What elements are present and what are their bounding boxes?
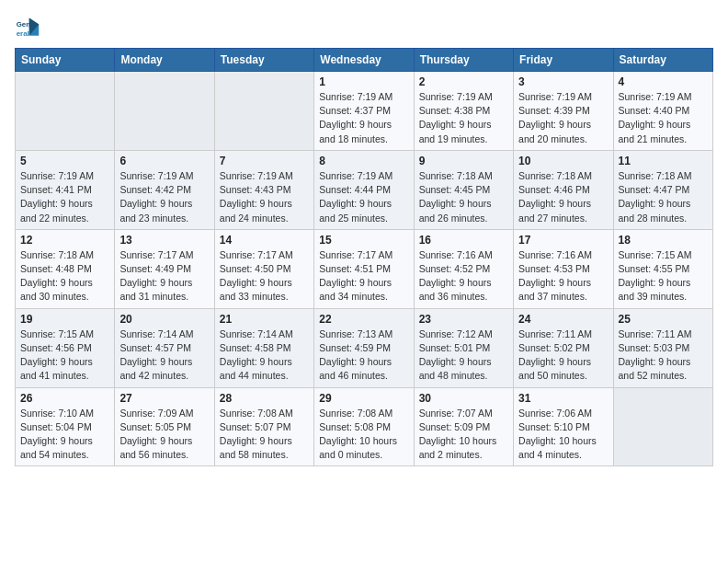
day-number: 18 xyxy=(619,234,708,247)
day-number: 6 xyxy=(119,155,209,167)
cell-info-text: Sunrise: 7:18 AMSunset: 4:47 PMDaylight:… xyxy=(619,169,708,225)
day-number: 11 xyxy=(619,155,708,167)
day-number: 10 xyxy=(518,155,608,167)
cell-info-text: Sunrise: 7:18 AMSunset: 4:48 PMDaylight:… xyxy=(20,248,109,304)
calendar-cell xyxy=(115,72,214,151)
calendar-cell: 25Sunrise: 7:11 AMSunset: 5:03 PMDayligh… xyxy=(613,308,712,387)
cell-info-text: Sunrise: 7:19 AMSunset: 4:43 PMDaylight:… xyxy=(220,169,309,225)
logo-icon: Gen eral xyxy=(15,15,40,40)
calendar-week-1: 1Sunrise: 7:19 AMSunset: 4:37 PMDaylight… xyxy=(16,72,713,151)
cell-info-text: Sunrise: 7:09 AMSunset: 5:05 PMDaylight:… xyxy=(119,407,209,463)
calendar-cell: 21Sunrise: 7:14 AMSunset: 4:58 PMDayligh… xyxy=(214,308,313,387)
calendar-cell: 7Sunrise: 7:19 AMSunset: 4:43 PMDaylight… xyxy=(214,150,313,229)
calendar-cell: 20Sunrise: 7:14 AMSunset: 4:57 PMDayligh… xyxy=(115,308,214,387)
calendar-cell: 4Sunrise: 7:19 AMSunset: 4:40 PMDaylight… xyxy=(613,72,712,151)
day-number: 19 xyxy=(20,313,109,326)
cell-info-text: Sunrise: 7:14 AMSunset: 4:57 PMDaylight:… xyxy=(119,327,209,384)
day-number: 26 xyxy=(20,392,109,405)
day-number: 17 xyxy=(518,234,608,247)
cell-info-text: Sunrise: 7:19 AMSunset: 4:44 PMDaylight:… xyxy=(319,169,408,225)
calendar-cell: 24Sunrise: 7:11 AMSunset: 5:02 PMDayligh… xyxy=(514,308,613,387)
calendar-cell xyxy=(613,387,712,466)
calendar-cell: 17Sunrise: 7:16 AMSunset: 4:53 PMDayligh… xyxy=(514,229,613,308)
day-number: 28 xyxy=(220,392,309,405)
page: Gen eral SundayMondayTuesdayWednesdayThu… xyxy=(0,0,728,563)
cell-info-text: Sunrise: 7:06 AMSunset: 5:10 PMDaylight:… xyxy=(518,407,608,463)
cell-info-text: Sunrise: 7:11 AMSunset: 5:02 PMDaylight:… xyxy=(518,327,608,384)
day-number: 7 xyxy=(220,155,309,167)
calendar-header-row: SundayMondayTuesdayWednesdayThursdayFrid… xyxy=(16,49,713,72)
cell-info-text: Sunrise: 7:15 AMSunset: 4:55 PMDaylight:… xyxy=(619,248,708,304)
calendar-week-3: 12Sunrise: 7:18 AMSunset: 4:48 PMDayligh… xyxy=(16,229,713,308)
cell-info-text: Sunrise: 7:18 AMSunset: 4:46 PMDaylight:… xyxy=(518,169,608,225)
cell-info-text: Sunrise: 7:19 AMSunset: 4:41 PMDaylight:… xyxy=(20,169,109,225)
day-number: 15 xyxy=(319,234,408,247)
day-number: 27 xyxy=(119,392,209,405)
cell-info-text: Sunrise: 7:08 AMSunset: 5:07 PMDaylight:… xyxy=(220,407,309,463)
day-number: 24 xyxy=(518,313,608,326)
cell-info-text: Sunrise: 7:19 AMSunset: 4:40 PMDaylight:… xyxy=(619,90,708,146)
day-number: 25 xyxy=(619,313,708,326)
cell-info-text: Sunrise: 7:17 AMSunset: 4:51 PMDaylight:… xyxy=(319,248,408,304)
day-number: 20 xyxy=(119,313,209,326)
cell-info-text: Sunrise: 7:12 AMSunset: 5:01 PMDaylight:… xyxy=(419,327,508,384)
calendar-cell: 27Sunrise: 7:09 AMSunset: 5:05 PMDayligh… xyxy=(115,387,214,466)
col-header-wednesday: Wednesday xyxy=(314,49,414,72)
cell-info-text: Sunrise: 7:16 AMSunset: 4:53 PMDaylight:… xyxy=(518,248,608,304)
calendar-cell: 14Sunrise: 7:17 AMSunset: 4:50 PMDayligh… xyxy=(214,229,313,308)
day-number: 8 xyxy=(319,155,408,167)
calendar-cell: 28Sunrise: 7:08 AMSunset: 5:07 PMDayligh… xyxy=(214,387,313,466)
calendar-cell: 3Sunrise: 7:19 AMSunset: 4:39 PMDaylight… xyxy=(514,72,613,151)
calendar-week-2: 5Sunrise: 7:19 AMSunset: 4:41 PMDaylight… xyxy=(16,150,713,229)
col-header-thursday: Thursday xyxy=(414,49,513,72)
col-header-tuesday: Tuesday xyxy=(214,49,313,72)
cell-info-text: Sunrise: 7:19 AMSunset: 4:38 PMDaylight:… xyxy=(419,90,508,146)
cell-info-text: Sunrise: 7:13 AMSunset: 4:59 PMDaylight:… xyxy=(319,327,408,384)
cell-info-text: Sunrise: 7:08 AMSunset: 5:08 PMDaylight:… xyxy=(319,407,408,463)
calendar-cell: 26Sunrise: 7:10 AMSunset: 5:04 PMDayligh… xyxy=(16,387,115,466)
cell-info-text: Sunrise: 7:18 AMSunset: 4:45 PMDaylight:… xyxy=(419,169,508,225)
col-header-friday: Friday xyxy=(514,49,613,72)
cell-info-text: Sunrise: 7:07 AMSunset: 5:09 PMDaylight:… xyxy=(419,407,508,463)
calendar-cell: 31Sunrise: 7:06 AMSunset: 5:10 PMDayligh… xyxy=(514,387,613,466)
day-number: 31 xyxy=(518,392,608,405)
day-number: 1 xyxy=(319,75,408,88)
calendar-cell xyxy=(16,72,115,151)
day-number: 3 xyxy=(518,75,608,88)
header: Gen eral xyxy=(15,15,713,40)
day-number: 16 xyxy=(419,234,508,247)
calendar-cell: 12Sunrise: 7:18 AMSunset: 4:48 PMDayligh… xyxy=(16,229,115,308)
calendar-cell: 30Sunrise: 7:07 AMSunset: 5:09 PMDayligh… xyxy=(414,387,513,466)
calendar-cell xyxy=(214,72,313,151)
calendar-cell: 19Sunrise: 7:15 AMSunset: 4:56 PMDayligh… xyxy=(16,308,115,387)
cell-info-text: Sunrise: 7:14 AMSunset: 4:58 PMDaylight:… xyxy=(220,327,309,384)
day-number: 29 xyxy=(319,392,408,405)
day-number: 2 xyxy=(419,75,508,88)
calendar-cell: 15Sunrise: 7:17 AMSunset: 4:51 PMDayligh… xyxy=(314,229,414,308)
day-number: 9 xyxy=(419,155,508,167)
calendar-cell: 5Sunrise: 7:19 AMSunset: 4:41 PMDaylight… xyxy=(16,150,115,229)
cell-info-text: Sunrise: 7:17 AMSunset: 4:49 PMDaylight:… xyxy=(119,248,209,304)
col-header-monday: Monday xyxy=(115,49,214,72)
cell-info-text: Sunrise: 7:19 AMSunset: 4:39 PMDaylight:… xyxy=(518,90,608,146)
cell-info-text: Sunrise: 7:11 AMSunset: 5:03 PMDaylight:… xyxy=(619,327,708,384)
calendar-week-5: 26Sunrise: 7:10 AMSunset: 5:04 PMDayligh… xyxy=(16,387,713,466)
day-number: 14 xyxy=(220,234,309,247)
calendar-cell: 1Sunrise: 7:19 AMSunset: 4:37 PMDaylight… xyxy=(314,72,414,151)
cell-info-text: Sunrise: 7:15 AMSunset: 4:56 PMDaylight:… xyxy=(20,327,109,384)
calendar-cell: 10Sunrise: 7:18 AMSunset: 4:46 PMDayligh… xyxy=(514,150,613,229)
calendar-cell: 13Sunrise: 7:17 AMSunset: 4:49 PMDayligh… xyxy=(115,229,214,308)
cell-info-text: Sunrise: 7:19 AMSunset: 4:37 PMDaylight:… xyxy=(319,90,408,146)
day-number: 13 xyxy=(119,234,209,247)
logo: Gen eral xyxy=(15,15,44,40)
calendar-cell: 9Sunrise: 7:18 AMSunset: 4:45 PMDaylight… xyxy=(414,150,513,229)
cell-info-text: Sunrise: 7:16 AMSunset: 4:52 PMDaylight:… xyxy=(419,248,508,304)
calendar-table: SundayMondayTuesdayWednesdayThursdayFrid… xyxy=(15,48,713,466)
calendar-week-4: 19Sunrise: 7:15 AMSunset: 4:56 PMDayligh… xyxy=(16,308,713,387)
calendar-cell: 8Sunrise: 7:19 AMSunset: 4:44 PMDaylight… xyxy=(314,150,414,229)
calendar-cell: 6Sunrise: 7:19 AMSunset: 4:42 PMDaylight… xyxy=(115,150,214,229)
calendar-cell: 18Sunrise: 7:15 AMSunset: 4:55 PMDayligh… xyxy=(613,229,712,308)
day-number: 22 xyxy=(319,313,408,326)
calendar-cell: 29Sunrise: 7:08 AMSunset: 5:08 PMDayligh… xyxy=(314,387,414,466)
cell-info-text: Sunrise: 7:19 AMSunset: 4:42 PMDaylight:… xyxy=(119,169,209,225)
